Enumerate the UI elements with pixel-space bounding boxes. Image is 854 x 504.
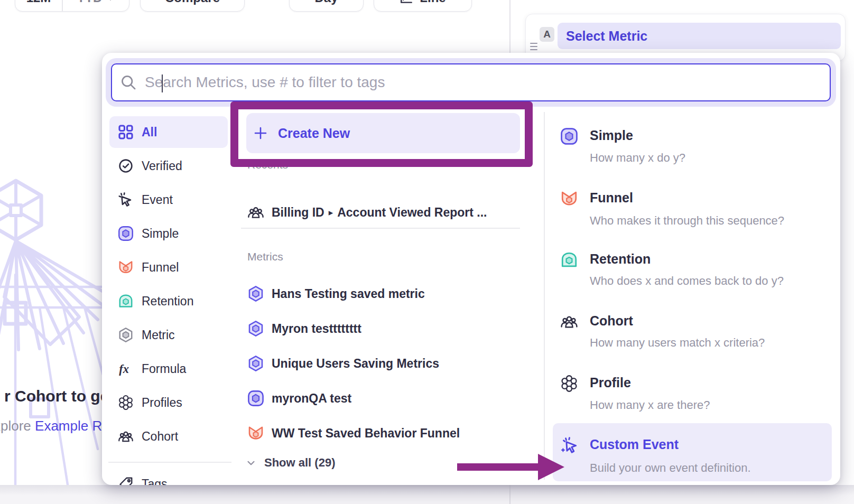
empty-state-title-fragment: r Cohort to ge: [4, 387, 109, 405]
compare-label: Compare: [165, 0, 220, 5]
svg-text:fx: fx: [119, 362, 129, 376]
create-new-label: Create New: [278, 126, 350, 141]
search-icon: [120, 74, 136, 90]
chart-type-button[interactable]: Line: [374, 0, 472, 12]
sidebar-item-funnel[interactable]: Funnel: [102, 251, 234, 283]
sidebar-item-profiles[interactable]: Profiles: [102, 387, 234, 418]
empty-state-subtitle: xplore Example R: [0, 418, 102, 434]
recent-item-primary: Billing ID: [272, 206, 324, 220]
show-all-button[interactable]: Show all (29): [245, 456, 335, 470]
chart-type-label: Line: [420, 0, 445, 5]
sidebar-item-retention[interactable]: Retention: [102, 285, 234, 317]
profiles-flower-icon: [118, 395, 134, 410]
type-simple-desc: How many x do y?: [590, 151, 685, 165]
metric-item-name: Hans Testing saved metric: [272, 287, 425, 301]
sidebar-item-formula[interactable]: fx Formula: [102, 353, 234, 385]
compare-button[interactable]: Compare: [140, 0, 245, 12]
type-profile-desc: How many x are there?: [590, 398, 710, 412]
metric-item[interactable]: WW Test Saved Behavior Funnel: [247, 424, 522, 443]
sidebar-item-simple[interactable]: Simple: [102, 218, 234, 249]
recents-metrics-divider: [241, 228, 520, 229]
sidebar-item-label: Tags: [142, 477, 168, 486]
granularity-label: Day: [314, 0, 338, 5]
column-divider: [544, 112, 545, 480]
metric-item[interactable]: Myron testttttttt: [247, 319, 522, 338]
metric-item[interactable]: myronQA test: [247, 389, 522, 408]
panel-divider-bottom: [509, 485, 510, 504]
recent-item-secondary: Account Viewed Report ...: [337, 206, 487, 220]
breadcrumb-arrow-icon: ▸: [329, 207, 333, 218]
series-badge: A: [540, 27, 554, 42]
metric-item[interactable]: Hans Testing saved metric: [247, 284, 522, 303]
grid-icon: [118, 124, 134, 140]
retention-icon: [118, 293, 134, 309]
simple-metric-icon: [560, 127, 578, 145]
series-badge-label: A: [543, 29, 551, 40]
funnel-icon: [560, 190, 578, 208]
retention-icon: [560, 251, 578, 269]
type-cohort[interactable]: Cohort: [590, 313, 633, 329]
range-12m-button[interactable]: 12M: [15, 0, 62, 11]
empty-state-subtitle-fragment: xplore: [0, 418, 35, 434]
sidebar-item-label: Verified: [142, 159, 182, 173]
type-funnel-desc: Who makes it through this sequence?: [590, 214, 784, 228]
range-ytd-button[interactable]: YTD: [63, 0, 129, 11]
metrics-header: Metrics: [247, 250, 283, 263]
metric-item-name: Myron testttttttt: [272, 322, 361, 336]
drag-handle-icon[interactable]: [530, 43, 538, 50]
create-new-button[interactable]: Create New: [246, 113, 520, 153]
text-cursor: [162, 74, 163, 92]
sidebar-item-metric[interactable]: Metric: [102, 319, 234, 351]
recent-item-billing[interactable]: Billing ID ▸ Account Viewed Report ...: [247, 203, 522, 222]
chevron-down-icon: [245, 457, 257, 469]
plus-icon: [254, 126, 267, 140]
simple-metric-icon: [247, 390, 264, 407]
search-input[interactable]: [145, 64, 830, 100]
metric-hexagon-icon: [247, 355, 264, 372]
profiles-flower-icon: [560, 375, 578, 393]
sidebar-item-label: Metric: [142, 328, 175, 342]
verified-badge-icon: [118, 158, 134, 174]
metric-hexagon-icon: [247, 320, 264, 337]
metric-item[interactable]: Unique Users Saving Metrics: [247, 354, 522, 373]
select-metric-field[interactable]: Select Metric: [558, 23, 841, 49]
sidebar-item-label: Simple: [142, 227, 179, 241]
annotation-arrow-head-icon: [538, 454, 564, 480]
type-retention-desc: Who does x and comes back to do y?: [590, 274, 784, 288]
granularity-button[interactable]: Day: [289, 0, 364, 12]
metric-hexagon-icon: [118, 327, 134, 343]
sidebar-item-event[interactable]: Event: [102, 184, 234, 216]
funnel-icon: [118, 259, 134, 275]
cohort-people-icon: [560, 313, 578, 331]
example-link[interactable]: Example R: [35, 418, 102, 434]
custom-event-icon: [560, 436, 578, 454]
type-profile[interactable]: Profile: [590, 375, 631, 390]
type-simple[interactable]: Simple: [590, 128, 633, 143]
type-custom-event-desc: Build your own event definition.: [590, 461, 751, 475]
metric-item-name: WW Test Saved Behavior Funnel: [272, 426, 460, 441]
sidebar-item-label: All: [142, 125, 157, 139]
cohort-people-icon: [247, 204, 264, 221]
select-metric-modal: All Verified Event Simple Funnel Retenti…: [102, 53, 840, 485]
select-metric-label: Select Metric: [566, 29, 647, 44]
sidebar-item-label: Funnel: [142, 260, 179, 275]
sidebar-item-label: Formula: [142, 362, 186, 376]
sidebar-item-tags[interactable]: Tags: [102, 468, 234, 485]
sidebar-item-all[interactable]: All: [102, 116, 234, 148]
metric-item-name: myronQA test: [272, 391, 351, 406]
type-cohort-desc: How many users match x criteria?: [590, 336, 765, 350]
sidebar-item-label: Cohort: [142, 430, 178, 444]
sidebar-item-cohort[interactable]: Cohort: [102, 421, 234, 452]
sidebar-item-verified[interactable]: Verified: [102, 150, 234, 182]
show-all-label: Show all (29): [264, 456, 335, 470]
type-retention[interactable]: Retention: [590, 251, 651, 267]
chevron-down-icon: [106, 0, 115, 1]
sidebar-item-label: Profiles: [142, 396, 182, 410]
background-illustration: [0, 174, 103, 504]
range-12m-label: 12M: [26, 0, 51, 5]
type-funnel[interactable]: Funnel: [590, 190, 633, 206]
sidebar-divider: [108, 462, 231, 463]
date-range-control[interactable]: 12M YTD: [15, 0, 129, 12]
metric-item-name: Unique Users Saving Metrics: [272, 357, 439, 371]
type-custom-event[interactable]: Custom Event: [590, 437, 679, 452]
